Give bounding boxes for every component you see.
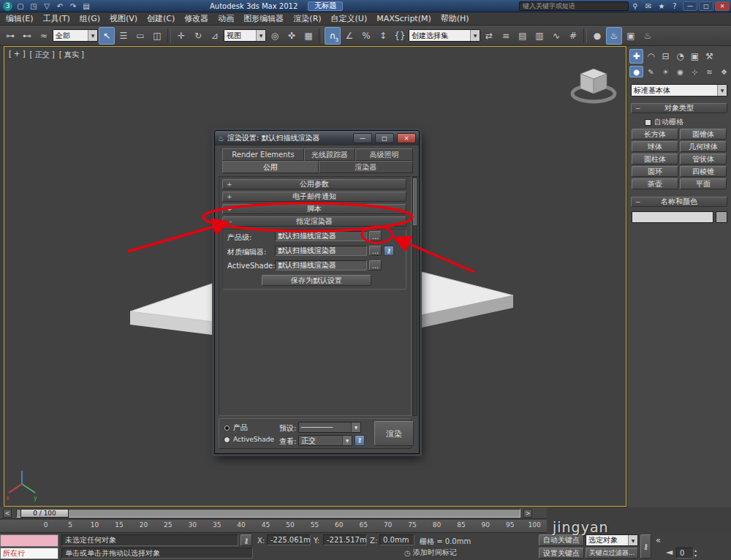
- macro-recorder-field[interactable]: [0, 534, 58, 547]
- activeshade-radio[interactable]: [224, 436, 230, 443]
- create-tab-icon[interactable]: ✚: [629, 49, 643, 64]
- viewport-menu-label[interactable]: [ + ]: [9, 50, 26, 60]
- curve-editor-icon[interactable]: ∿: [548, 27, 564, 45]
- material-renderer-lock-icon[interactable]: ⚷: [384, 246, 394, 256]
- collapse-icon[interactable]: −: [635, 198, 641, 205]
- expand-icon[interactable]: +: [227, 193, 232, 200]
- expand-icon[interactable]: +: [227, 205, 232, 213]
- time-slider-track[interactable]: [16, 509, 520, 518]
- menu-item-customize[interactable]: 自定义(U): [331, 13, 368, 24]
- snaps-toggle-icon[interactable]: ∩ 3: [325, 27, 341, 45]
- angle-snap-icon[interactable]: ∠: [341, 27, 357, 45]
- dialog-close-button[interactable]: ✕: [397, 133, 416, 143]
- select-by-name-icon[interactable]: ☰: [115, 27, 132, 45]
- previous-frame-icon[interactable]: ◄: [664, 546, 675, 558]
- tab-advanced-lighting[interactable]: 高级照明: [355, 148, 413, 161]
- spacewarps-category-icon[interactable]: ≋: [702, 66, 716, 77]
- go-to-start-icon[interactable]: «: [653, 534, 664, 546]
- scrollbar-thumb[interactable]: [413, 178, 417, 225]
- named-selection-sets-combo[interactable]: 创建选择集 ▼: [409, 29, 480, 42]
- viewport-pov-label[interactable]: [ 正交 ]: [30, 50, 55, 60]
- selection-region-icon[interactable]: ▭: [132, 27, 148, 45]
- layer-manager-icon[interactable]: ▤: [515, 27, 531, 45]
- tab-renderer[interactable]: 渲染器: [319, 161, 413, 173]
- cone-button[interactable]: 圆锥体: [680, 129, 727, 140]
- collapse-icon[interactable]: −: [635, 105, 641, 112]
- y-coord-field[interactable]: -221.517m: [323, 534, 367, 545]
- view-combo[interactable]: 正交 ▼: [298, 435, 352, 446]
- tube-button[interactable]: 管状体: [680, 154, 727, 164]
- dialog-minimize-button[interactable]: —: [353, 133, 372, 143]
- use-pivot-center-icon[interactable]: ◎: [267, 27, 283, 45]
- cameras-category-icon[interactable]: ◉: [673, 66, 687, 77]
- menu-item-graph-editors[interactable]: 图形编辑器: [243, 13, 284, 24]
- bind-to-spacewarp-icon[interactable]: ≈: [36, 27, 52, 45]
- preset-combo[interactable]: ───────── ▼: [298, 422, 361, 433]
- project-folder-icon[interactable]: ▤: [80, 1, 93, 12]
- production-renderer-browse-button[interactable]: ...: [369, 231, 382, 241]
- infocenter-search-input[interactable]: [519, 1, 629, 11]
- select-and-scale-icon[interactable]: ⊿: [207, 27, 223, 45]
- hierarchy-tab-icon[interactable]: ⊟: [659, 49, 673, 64]
- view-lock-icon[interactable]: ⚷: [355, 435, 365, 446]
- mirror-icon[interactable]: ⇄: [481, 27, 497, 45]
- dialog-titlebar[interactable]: ♨ 渲染设置: 默认扫描线渲染器 — □ ✕: [215, 131, 419, 145]
- menu-item-modifiers[interactable]: 修改器: [184, 13, 208, 24]
- timeline-next-icon[interactable]: >: [523, 509, 532, 518]
- timeline-prev-icon[interactable]: <: [3, 509, 12, 518]
- geosphere-button[interactable]: 几何球体: [680, 141, 727, 152]
- activeshade-browse-button[interactable]: ...: [369, 260, 382, 270]
- redo-icon[interactable]: ↷: [67, 1, 80, 12]
- save-as-defaults-button[interactable]: 保存为默认设置: [262, 275, 371, 286]
- email-notifications-rollout[interactable]: + 电子邮件通知: [222, 192, 406, 202]
- x-coord-field[interactable]: -225.061m: [267, 534, 311, 545]
- add-time-tag[interactable]: ◷ 添加时间标记: [404, 548, 457, 558]
- tab-render-elements[interactable]: Render Elements: [222, 148, 304, 161]
- window-maximize-button[interactable]: □: [699, 1, 713, 11]
- new-scene-icon[interactable]: ▢: [14, 1, 27, 12]
- window-close-button[interactable]: ✕: [715, 1, 730, 11]
- cylinder-button[interactable]: 圆柱体: [632, 154, 678, 164]
- box-button[interactable]: 长方体: [632, 129, 678, 140]
- key-filters-button[interactable]: 关键点过滤器...: [586, 548, 638, 559]
- auto-key-button[interactable]: 自动关键点: [539, 534, 584, 546]
- render-button[interactable]: 渲染: [374, 421, 414, 446]
- render-setup-icon[interactable]: ♨: [606, 27, 622, 45]
- spinner-down-icon[interactable]: ▾: [694, 553, 697, 558]
- dialog-scrollbar[interactable]: [412, 176, 417, 416]
- help-icon[interactable]: ?: [668, 1, 681, 12]
- save-file-icon[interactable]: ▽: [40, 1, 53, 12]
- window-minimize-button[interactable]: —: [683, 1, 697, 11]
- torus-button[interactable]: 圆环: [632, 166, 678, 177]
- tab-common[interactable]: 公用: [222, 161, 319, 173]
- viewport-shading-label[interactable]: [ 真实 ]: [59, 50, 84, 60]
- utilities-tab-icon[interactable]: ⚒: [702, 49, 716, 64]
- percent-snap-icon[interactable]: %: [358, 27, 374, 45]
- render-production-icon[interactable]: ♨: [640, 27, 656, 45]
- motion-tab-icon[interactable]: ◔: [673, 49, 687, 64]
- set-key-mode-icon[interactable]: ⚷: [640, 534, 651, 559]
- assign-renderer-rollout[interactable]: − 指定渲染器: [222, 216, 406, 227]
- shapes-category-icon[interactable]: ✎: [644, 66, 658, 77]
- scripts-rollout[interactable]: + 脚本: [222, 204, 406, 214]
- undo-icon[interactable]: ↶: [53, 1, 67, 12]
- teapot-button[interactable]: 茶壶: [632, 178, 678, 189]
- plane-button[interactable]: 平面: [680, 178, 727, 189]
- common-parameters-rollout[interactable]: + 公用参数: [222, 179, 406, 189]
- edit-named-selection-sets-icon[interactable]: {}: [392, 27, 408, 45]
- window-crossing-icon[interactable]: ◫: [149, 27, 165, 45]
- display-tab-icon[interactable]: ▣: [688, 49, 702, 64]
- z-coord-field[interactable]: 0.0mm: [379, 534, 414, 545]
- maxscript-mini-listener[interactable]: 所在行: [0, 548, 58, 559]
- graphite-ribbon-icon[interactable]: ▥: [531, 27, 548, 45]
- align-icon[interactable]: ≡: [498, 27, 514, 45]
- menu-item-edit[interactable]: 编辑(E): [6, 13, 34, 24]
- modify-tab-icon[interactable]: ◠: [644, 49, 658, 64]
- expand-icon[interactable]: +: [227, 181, 232, 188]
- selection-lock-icon[interactable]: ⚷: [240, 534, 252, 546]
- rendered-frame-window-icon[interactable]: ▣: [623, 27, 639, 45]
- menu-item-maxscript[interactable]: MAXScript(M): [376, 14, 431, 23]
- menu-item-tools[interactable]: 工具(T): [43, 13, 70, 24]
- object-name-input[interactable]: [632, 211, 713, 223]
- schematic-view-icon[interactable]: #: [565, 27, 581, 45]
